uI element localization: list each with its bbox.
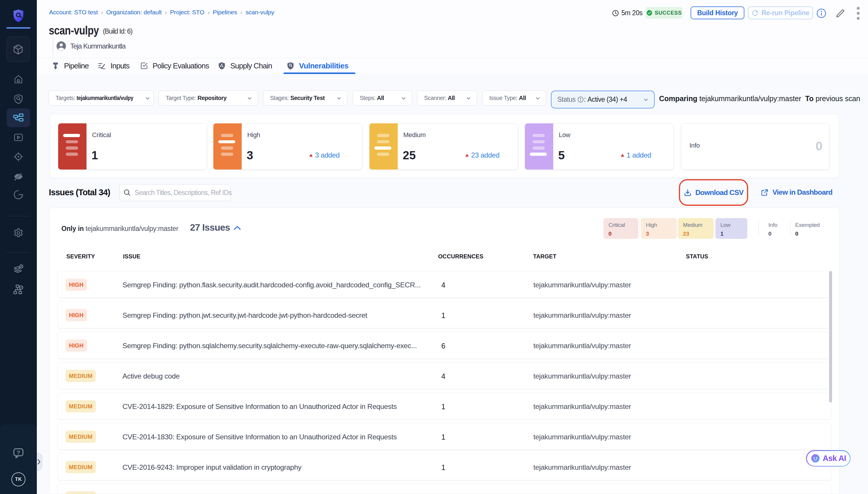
svg-text:?: ? [17, 450, 20, 456]
